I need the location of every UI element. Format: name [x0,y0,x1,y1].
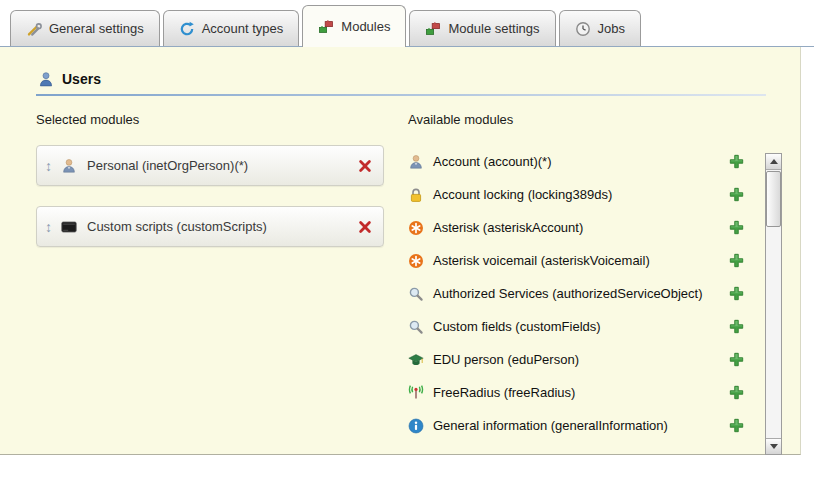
section-title: Users [62,71,101,87]
tab-module-settings[interactable]: Module settings [409,10,555,46]
add-module-button[interactable] [729,286,744,301]
available-module-label: FreeRadius (freeRadius) [433,385,729,400]
graduation-icon [408,352,424,368]
available-module-row: EDU person (eduPerson) [408,343,744,376]
add-module-button[interactable] [729,253,744,268]
modules-columns: Selected modules ↕ Personal (inetOrgPers… [36,112,800,442]
selected-modules-column: Selected modules ↕ Personal (inetOrgPers… [36,112,384,442]
chevron-down-icon [770,444,778,449]
available-module-row: FreeRadius (freeRadius) [408,376,744,409]
tab-label: Jobs [598,21,625,36]
section-divider [36,94,766,96]
clock-icon [575,21,591,37]
person-icon [61,158,77,174]
scroll-up-button[interactable] [766,154,781,170]
info-icon [408,418,424,434]
available-module-row: Custom fields (customFields) [408,310,744,343]
add-module-button[interactable] [729,385,744,400]
terminal-icon [61,219,77,235]
asterisk-icon [408,220,424,236]
available-modules-heading: Available modules [408,112,744,127]
modules-icon [318,19,334,35]
available-module-label: Asterisk (asteriskAccount) [433,220,729,235]
antenna-icon [408,385,424,401]
tab-label: Account types [202,21,284,36]
magnifier-icon [408,319,424,335]
add-module-button[interactable] [729,319,744,334]
available-module-label: Account (account)(*) [433,154,729,169]
available-module-label: Custom fields (customFields) [433,319,729,334]
users-section-header: Users [0,47,800,87]
refresh-gear-icon [179,21,195,37]
lock-icon [408,187,424,203]
person-icon [408,154,424,170]
available-module-label: Account locking (locking389ds) [433,187,729,202]
selected-module-row[interactable]: ↕ Personal (inetOrgPerson)(*) [36,145,384,186]
chevron-up-icon [770,159,778,164]
selected-modules-heading: Selected modules [36,112,384,127]
tab-bar: General settings Account types Modules M… [0,0,814,47]
drag-handle-icon[interactable]: ↕ [45,219,61,235]
tab-label: Modules [341,19,390,34]
add-module-button[interactable] [729,154,744,169]
available-module-label: Asterisk voicemail (asteriskVoicemail) [433,253,729,268]
modules-pane: Users Selected modules ↕ Personal (inetO… [0,47,801,455]
add-module-button[interactable] [729,352,744,367]
selected-module-label: Personal (inetOrgPerson)(*) [87,158,357,173]
available-module-label: General information (generalInformation) [433,418,729,433]
selected-module-row[interactable]: ↕ Custom scripts (customScripts) [36,206,384,247]
available-module-row: Account (account)(*) [408,145,744,178]
available-modules-column: Available modules Account (account)(*) A… [408,112,744,442]
add-module-button[interactable] [729,187,744,202]
tab-general-settings[interactable]: General settings [10,10,160,46]
available-module-row: Authorized Services (authorizedServiceOb… [408,277,744,310]
tab-modules[interactable]: Modules [302,5,406,47]
available-modules-scrollbar[interactable] [765,153,782,455]
scroll-down-button[interactable] [766,438,781,454]
tab-label: Module settings [448,21,539,36]
tab-jobs[interactable]: Jobs [559,10,641,46]
remove-module-button[interactable] [357,158,373,174]
available-module-label: EDU person (eduPerson) [433,352,729,367]
module-settings-icon [425,21,441,37]
scrollbar-thumb[interactable] [766,171,781,227]
tab-account-types[interactable]: Account types [163,10,300,46]
drag-handle-icon[interactable]: ↕ [45,158,61,174]
asterisk-icon [408,253,424,269]
available-module-label: Authorized Services (authorizedServiceOb… [433,286,729,301]
available-module-row: Asterisk voicemail (asteriskVoicemail) [408,244,744,277]
add-module-button[interactable] [729,220,744,235]
tab-label: General settings [49,21,144,36]
available-module-row: Account locking (locking389ds) [408,178,744,211]
magnifier-icon [408,286,424,302]
add-module-button[interactable] [729,418,744,433]
tools-icon [26,21,42,37]
available-module-row: General information (generalInformation) [408,409,744,442]
user-icon [38,71,54,87]
selected-module-label: Custom scripts (customScripts) [87,219,357,234]
remove-module-button[interactable] [357,219,373,235]
available-module-row: Asterisk (asteriskAccount) [408,211,744,244]
